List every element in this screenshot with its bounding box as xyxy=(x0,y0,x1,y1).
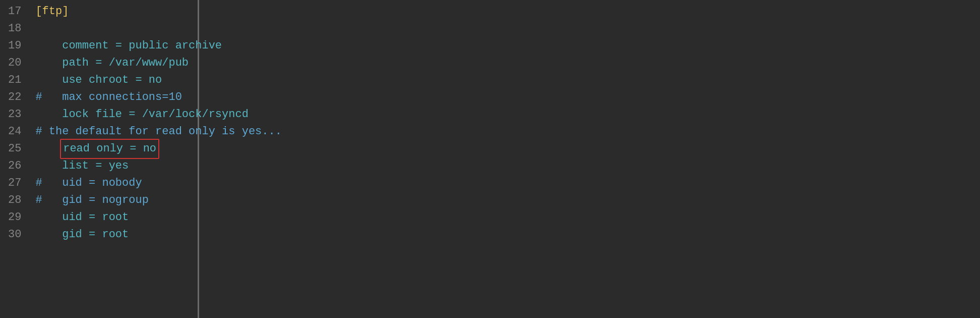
code-line-20: path = /var/www/pub xyxy=(31,55,980,72)
line-numbers: 17 18 19 20 21 22 23 24 25 26 27 28 29 3… xyxy=(0,0,31,318)
line-num-19: 19 xyxy=(8,37,25,55)
line-num-20: 20 xyxy=(8,55,25,72)
code-line-21: use chroot = no xyxy=(31,72,980,89)
code-line-22: # max connections=10 xyxy=(31,89,980,106)
line-22-text: max connections=10 xyxy=(42,89,182,106)
line-17-text: [ftp] xyxy=(35,3,69,20)
line-num-28: 28 xyxy=(8,192,25,209)
line-25-highlighted-text: read only = no xyxy=(60,139,159,159)
line-num-22: 22 xyxy=(8,89,25,106)
line-num-23: 23 xyxy=(8,106,25,123)
line-23-text: lock file = /var/lock/rsyncd xyxy=(35,106,248,123)
code-line-26: list = yes xyxy=(31,157,980,175)
line-num-26: 26 xyxy=(8,157,25,175)
line-num-30: 30 xyxy=(8,226,25,243)
code-line-25: read only = no xyxy=(31,140,980,157)
code-area[interactable]: [ftp] comment = public archive path = /v… xyxy=(31,0,980,318)
code-line-28: # gid = nogroup xyxy=(31,192,980,209)
code-line-27: # uid = nobody xyxy=(31,175,980,192)
code-line-23: lock file = /var/lock/rsyncd xyxy=(31,106,980,123)
line-27-text: uid = nobody xyxy=(42,175,142,192)
line-28-text: gid = nogroup xyxy=(42,192,149,209)
code-line-24: # the default for read only is yes... xyxy=(31,123,980,140)
line-num-24: 24 xyxy=(8,123,25,140)
line-24-hash: # xyxy=(35,123,42,140)
line-29-text: uid = root xyxy=(35,209,129,226)
line-20-text: path = /var/www/pub xyxy=(35,55,189,72)
line-24-text: the default for read only is yes... xyxy=(42,123,282,140)
editor-container: 17 18 19 20 21 22 23 24 25 26 27 28 29 3… xyxy=(0,0,980,318)
code-line-17: [ftp] xyxy=(31,3,980,20)
line-19-text: comment = public archive xyxy=(35,37,222,55)
line-28-hash: # xyxy=(35,192,42,209)
line-25-indent xyxy=(35,140,62,157)
line-num-25: 25 xyxy=(8,140,25,157)
line-num-27: 27 xyxy=(8,175,25,192)
line-26-text: list = yes xyxy=(35,157,129,175)
line-18-empty xyxy=(35,20,42,37)
code-line-19: comment = public archive xyxy=(31,37,980,55)
line-21-text: use chroot = no xyxy=(35,72,162,89)
line-num-17: 17 xyxy=(8,3,25,20)
line-27-hash: # xyxy=(35,175,42,192)
code-line-29: uid = root xyxy=(31,209,980,226)
line-30-text: gid = root xyxy=(35,226,129,243)
line-22-hash: # xyxy=(35,89,42,106)
line-num-29: 29 xyxy=(8,209,25,226)
code-line-30: gid = root xyxy=(31,226,980,243)
code-line-18 xyxy=(31,20,980,37)
line-num-18: 18 xyxy=(8,20,25,37)
line-num-21: 21 xyxy=(8,72,25,89)
